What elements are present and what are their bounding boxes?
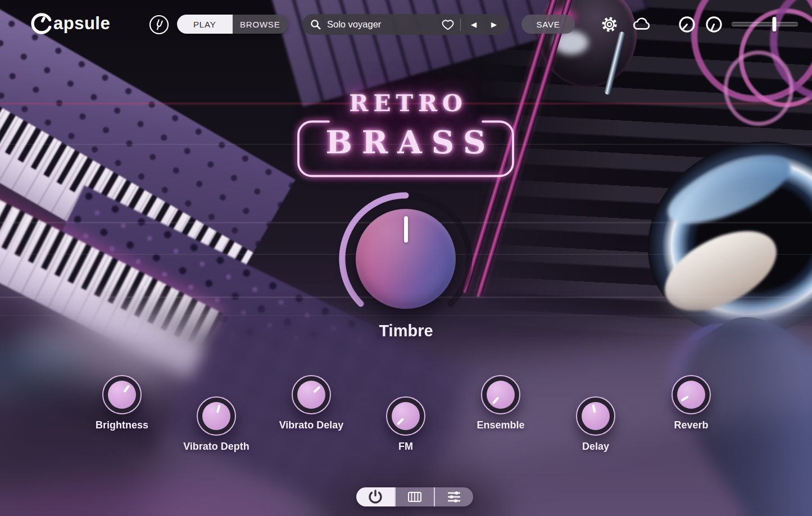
timbre-knob[interactable] <box>335 189 476 329</box>
mini-knob-b-icon <box>705 15 723 34</box>
knob-pointer <box>680 395 688 401</box>
knob-reverb[interactable]: Reverb <box>652 375 731 431</box>
view-switcher <box>356 487 473 506</box>
capsule-logo: apsule <box>31 13 110 34</box>
favorite-button[interactable] <box>441 19 455 31</box>
heart-icon <box>441 19 455 31</box>
knob-face[interactable] <box>582 402 610 430</box>
knob-ring <box>481 375 520 414</box>
macro-b-knob-button[interactable] <box>704 15 723 34</box>
knob-ring <box>102 375 142 414</box>
next-preset-button[interactable]: ▶ <box>487 20 501 29</box>
knob-ring <box>672 375 711 414</box>
preset-name-value[interactable]: Solo voyager <box>327 19 436 30</box>
knob-pointer <box>216 404 221 413</box>
volume-slider-handle[interactable] <box>772 17 776 31</box>
previous-preset-button[interactable]: ◀ <box>466 20 481 29</box>
keyboard-icon <box>407 490 423 504</box>
view-mixer-button[interactable] <box>434 487 473 506</box>
knob-label: Delay <box>556 441 635 453</box>
knob-label: Reverb <box>652 419 731 431</box>
knob-fm[interactable]: FM <box>366 396 445 453</box>
view-power-button[interactable] <box>356 487 394 506</box>
knob-vibrato-depth[interactable]: Vibrato Depth <box>177 396 256 453</box>
knob-ring <box>576 396 615 436</box>
knob-brightness[interactable]: Brightness <box>83 375 161 431</box>
view-keyboard-button[interactable] <box>394 487 434 506</box>
knob-pointer <box>592 404 596 413</box>
knob-label: FM <box>366 441 445 453</box>
search-icon <box>310 19 321 30</box>
knob-label: Vibrato Delay <box>272 419 351 431</box>
capsule-logo-knob-c-icon <box>31 13 52 34</box>
preset-neon-sign: RETRO BRASS <box>296 90 515 180</box>
tab-play[interactable]: PLAY <box>177 15 233 34</box>
knob-label: Ensemble <box>461 419 540 431</box>
knob-pointer <box>492 396 499 404</box>
search-divider <box>460 19 461 31</box>
knob-ring <box>292 375 331 414</box>
power-icon <box>368 490 383 504</box>
play-browse-switch: PLAY BROWSE <box>177 15 288 34</box>
knob-pointer <box>123 385 130 393</box>
knob-label: Vibrato Depth <box>177 441 256 453</box>
mixer-icon <box>446 490 462 504</box>
save-button[interactable]: SAVE <box>521 15 575 34</box>
tuning-fork-icon <box>148 14 170 35</box>
neon-sign-line1: RETRO <box>296 90 515 117</box>
knob-pointer <box>396 418 404 426</box>
tab-browse[interactable]: BROWSE <box>233 15 288 34</box>
knob-face[interactable] <box>108 381 136 409</box>
preset-search-bar[interactable]: Solo voyager ◀ ▶ <box>302 14 509 35</box>
knob-vibrato-delay[interactable]: Vibrato Delay <box>272 375 351 431</box>
timbre-knob-pointer <box>404 216 408 243</box>
knob-label: Brightness <box>83 419 161 431</box>
gear-icon <box>600 15 619 34</box>
settings-button[interactable] <box>600 15 619 34</box>
background-french-horn-coil-4 <box>724 51 793 126</box>
knob-ensemble[interactable]: Ensemble <box>461 375 540 431</box>
capsule-logo-text: apsule <box>53 13 110 34</box>
knob-face[interactable] <box>202 402 230 430</box>
tuning-fork-button[interactable] <box>148 14 170 35</box>
master-volume-slider[interactable] <box>732 22 798 26</box>
cloud-sync-button[interactable] <box>630 15 653 33</box>
knob-ring <box>386 396 425 436</box>
knob-delay[interactable]: Delay <box>556 396 635 453</box>
macro-a-knob-button[interactable] <box>677 15 696 34</box>
timbre-knob-face[interactable] <box>356 209 456 309</box>
mini-knob-a-icon <box>678 15 696 34</box>
knob-pointer <box>313 386 321 393</box>
timbre-knob-label: Timbre <box>0 322 812 340</box>
cloud-icon <box>631 16 652 33</box>
neon-sign-line2: BRASS <box>296 124 515 161</box>
capsule-plugin-window: apsule PLAY BROWSE Solo voyager ◀ ▶ SAVE <box>0 0 812 516</box>
knob-face[interactable] <box>392 402 420 430</box>
knob-face[interactable] <box>677 381 705 409</box>
knob-ring <box>197 396 236 436</box>
knob-face[interactable] <box>297 381 325 409</box>
knob-face[interactable] <box>487 381 515 409</box>
